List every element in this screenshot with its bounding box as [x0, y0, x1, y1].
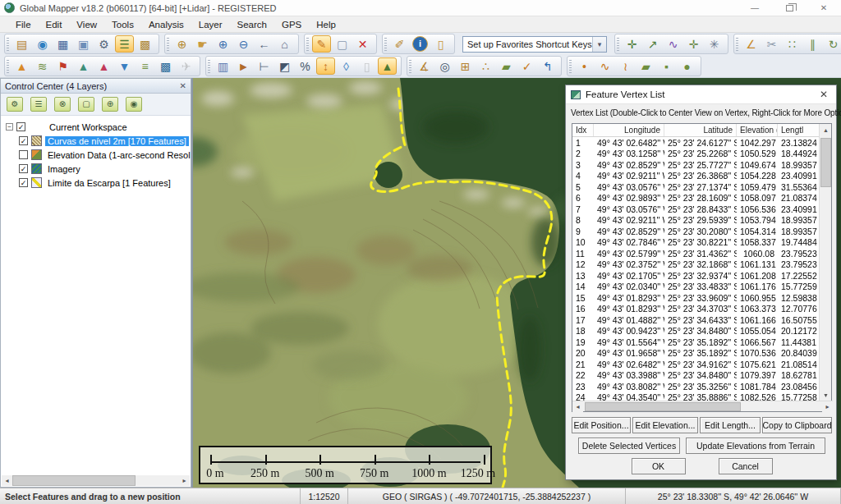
favorites-shortcut-combo[interactable]: Set up Favorites Shortcut Keys...▾	[462, 36, 607, 53]
menu-gps[interactable]: GPS	[274, 18, 309, 31]
edit-elevation-button[interactable]: Edit Elevation...	[632, 417, 698, 433]
vertex-row[interactable]: 2249° 43' 03.3988'' W25° 23' 34.8480'' S…	[572, 370, 819, 382]
map-catalog-icon[interactable]: ▩	[136, 35, 154, 53]
vertex-row[interactable]: 2049° 43' 01.9658'' W25° 23' 35.1892'' S…	[572, 348, 819, 360]
zoom-to-layer-icon[interactable]: ⊕	[99, 95, 121, 113]
clear-selection-icon[interactable]: ✕	[353, 35, 372, 53]
ok-button[interactable]: OK	[632, 458, 686, 474]
cancel-button[interactable]: Cancel	[719, 458, 773, 474]
crop-layer-icon[interactable]: ▢	[76, 95, 97, 113]
vertex-row[interactable]: 1849° 43' 00.9423'' W25° 23' 34.8480'' S…	[572, 326, 819, 337]
layer-checkbox[interactable]: ✓	[19, 164, 28, 173]
snap-target-icon[interactable]: ◎	[435, 57, 454, 75]
scroll-left-icon[interactable]: ◂	[572, 401, 583, 412]
configuration-icon[interactable]: ⚙	[94, 35, 113, 53]
create-freehand-icon[interactable]: ≀	[616, 57, 635, 75]
lidar-filter-icon[interactable]: ◊	[337, 57, 356, 75]
tree-expander-icon[interactable]: −	[6, 123, 13, 131]
edit-position-button[interactable]: Edit Position...	[572, 417, 631, 433]
map-layout-editor-icon[interactable]: ▣	[74, 35, 93, 53]
digitizer-tool-icon[interactable]: ✎	[312, 35, 331, 53]
create-point-icon[interactable]: •	[575, 57, 594, 75]
menu-file[interactable]: File	[8, 18, 39, 31]
layer-checkbox[interactable]: ✓	[19, 136, 28, 145]
create-circle-icon[interactable]: ●	[678, 57, 696, 75]
fly-path-icon[interactable]: ►	[234, 57, 253, 75]
select-features-icon[interactable]: ▢	[333, 35, 352, 53]
layer-row-4[interactable]: ✓Limite da Escarpa [1 Features]	[1, 176, 191, 190]
close-layer-icon[interactable]: ⊗	[52, 95, 73, 113]
confirm-digitizing-icon[interactable]: ✓	[517, 57, 536, 75]
open-file-icon[interactable]: ▤	[12, 35, 31, 53]
vertex-row[interactable]: 2349° 43' 03.8082'' W25° 23' 35.3256'' S…	[572, 381, 819, 392]
vertex-row[interactable]: 1249° 43' 02.3752'' W25° 23' 32.1868'' S…	[572, 259, 819, 271]
layer-row-2[interactable]: Elevation Data (1-arc-second Resolution)	[1, 148, 191, 162]
zoom-in-icon[interactable]: ⊕	[214, 35, 232, 53]
coordinate-entry-icon[interactable]: ∡	[415, 57, 434, 75]
paint-area-icon[interactable]: ▰	[497, 57, 516, 75]
combine-terrain-icon[interactable]: ≡	[136, 57, 154, 75]
vertex-row[interactable]: 749° 43' 03.0576'' W25° 23' 28.8433'' S1…	[572, 204, 819, 215]
edit-length-button[interactable]: Edit Length...	[700, 417, 761, 433]
split-view-icon[interactable]: ▥	[214, 57, 232, 75]
column-header-latitude[interactable]: Latitude	[664, 124, 737, 136]
view-values-icon[interactable]: ▯	[431, 35, 450, 53]
control-center-icon[interactable]: ☰	[115, 35, 134, 53]
split-line-icon[interactable]: ✂	[762, 35, 781, 53]
vertex-row[interactable]: 649° 43' 02.9893'' W25° 23' 28.1609'' S1…	[572, 193, 819, 204]
move-feature-icon[interactable]: ✛	[623, 35, 641, 53]
move-vertex-icon[interactable]: ✛	[684, 35, 703, 53]
watershed-analysis-icon[interactable]: ▲	[74, 57, 93, 75]
vertex-row[interactable]: 949° 43' 02.8529'' W25° 23' 30.2080'' S1…	[572, 226, 819, 237]
layer-row-1[interactable]: ✓Curvas de nível 2m [170 Features]	[1, 134, 191, 148]
vertex-row[interactable]: 849° 43' 02.9211'' W25° 23' 29.5939'' S1…	[572, 215, 819, 227]
minimize-button[interactable]: —	[738, 0, 772, 16]
hscroll-thumb[interactable]	[12, 475, 136, 486]
declare-feature-icon[interactable]: ↰	[538, 57, 557, 75]
layer-metadata-icon[interactable]: ☰	[28, 95, 49, 113]
scroll-up-icon[interactable]: ▲	[820, 124, 832, 136]
measure-tool-icon[interactable]: ✐	[390, 35, 409, 53]
column-header-idx[interactable]: Idx	[572, 124, 594, 136]
menu-view[interactable]: View	[69, 18, 104, 31]
vertex-row[interactable]: 1549° 43' 01.8293'' W25° 23' 33.9609'' S…	[572, 292, 819, 304]
chevron-down-icon[interactable]: ▾	[592, 37, 606, 52]
scroll-right-icon[interactable]: ▸	[822, 401, 833, 412]
offset-copy-icon[interactable]: ∥	[803, 35, 822, 53]
path-profile-icon[interactable]: ⊢	[255, 57, 273, 75]
layer-visibility-icon[interactable]: ◉	[123, 95, 145, 113]
create-rectangle-icon[interactable]: ▪	[657, 57, 676, 75]
copy-to-clipboard-button[interactable]: Copy to Clipboard	[762, 417, 832, 433]
vertex-row[interactable]: 549° 43' 03.0576'' W25° 23' 27.1374'' S1…	[572, 181, 819, 193]
viewshed-analysis-icon[interactable]: ⚑	[53, 57, 72, 75]
vertex-table-hscrollbar[interactable]: ◂ ▸	[572, 401, 833, 411]
terrain-profile-icon[interactable]: ▲	[378, 57, 397, 75]
layer-options-icon[interactable]: ⚙	[4, 95, 25, 113]
vertex-row[interactable]: 1649° 43' 01.8293'' W25° 23' 34.3703'' S…	[572, 304, 819, 315]
delete-selected-vertices-button[interactable]: Delete Selected Vertices	[578, 438, 680, 454]
vscroll-thumb[interactable]	[820, 138, 831, 187]
dialog-title-bar[interactable]: Feature Vertex List ✕	[566, 85, 836, 104]
vertex-row[interactable]: 149° 43' 02.6482'' W25° 23' 24.6127'' S1…	[572, 137, 819, 149]
control-center-close-icon[interactable]: ✕	[180, 81, 186, 90]
column-header-longitude[interactable]: Longitude	[594, 124, 664, 136]
terrain-shader-icon[interactable]: ▩	[156, 57, 175, 75]
edit-vertices-icon[interactable]: ∿	[664, 35, 682, 53]
layer-row-3[interactable]: ✓Imagery	[1, 162, 191, 176]
insert-vertex-icon[interactable]: ✳	[705, 35, 724, 53]
three-d-view-icon[interactable]: ◩	[275, 57, 294, 75]
create-grid-icon[interactable]: ⊞	[456, 57, 475, 75]
scroll-right-icon[interactable]: ▸	[179, 475, 190, 486]
menu-tools[interactable]: Tools	[104, 18, 141, 31]
feature-info-icon[interactable]: i	[412, 36, 428, 52]
vertex-row[interactable]: 1749° 43' 01.4882'' W25° 23' 34.6433'' S…	[572, 314, 819, 326]
pan-tool-icon[interactable]: ☛	[193, 35, 212, 53]
scroll-down-icon[interactable]: ▼	[820, 389, 832, 401]
layer-checkbox[interactable]: ✓	[19, 178, 28, 187]
rotate-copy-icon[interactable]: ↻	[824, 35, 841, 53]
create-line-icon[interactable]: ∿	[595, 57, 614, 75]
zoom-out-icon[interactable]: ⊖	[234, 35, 253, 53]
layer-checkbox[interactable]	[19, 150, 28, 159]
menu-analysis[interactable]: Analysis	[141, 18, 191, 31]
full-view-icon[interactable]: ⌂	[275, 35, 294, 53]
